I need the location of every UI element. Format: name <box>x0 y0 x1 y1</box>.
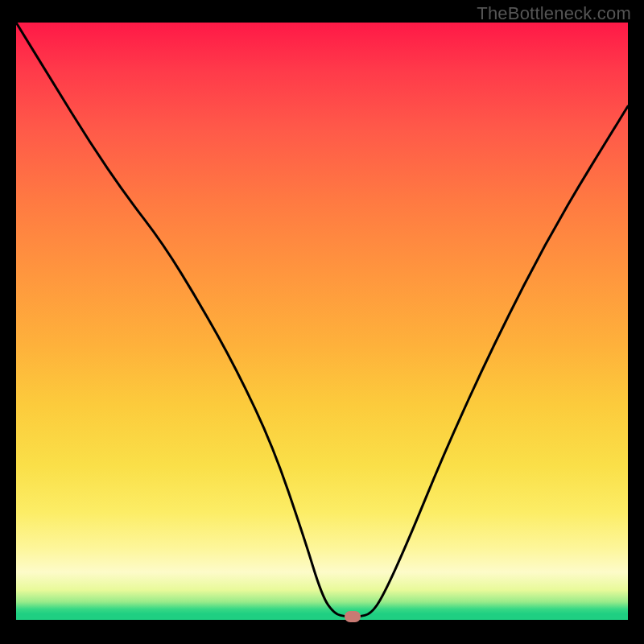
chart-root: TheBottleneck.com <box>0 0 644 644</box>
optimal-marker <box>345 611 361 622</box>
plot-area <box>16 23 628 634</box>
watermark-text: TheBottleneck.com <box>477 3 631 24</box>
bottleneck-curve-path <box>16 23 628 617</box>
curve-svg <box>16 23 628 634</box>
